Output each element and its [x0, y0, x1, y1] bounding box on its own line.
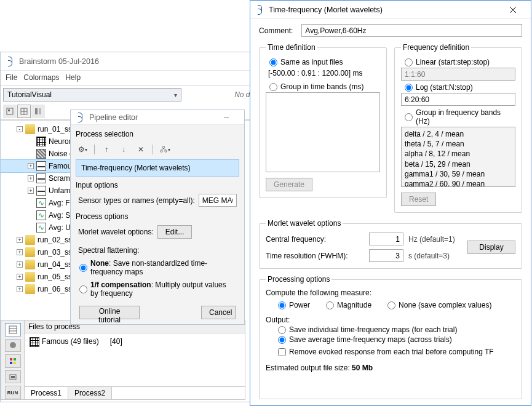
menu-help[interactable]: Help	[65, 73, 81, 82]
process-options-label: Process options	[76, 212, 239, 221]
sensor-types-input[interactable]	[199, 194, 237, 207]
time-group-radio[interactable]	[269, 83, 277, 91]
flatten-1f-radio[interactable]	[79, 285, 87, 293]
wave-icon	[36, 173, 46, 183]
brainstorm-logo-icon	[76, 113, 85, 122]
folder-icon	[25, 284, 35, 294]
freq-log-radio[interactable]	[405, 84, 413, 92]
delete-button[interactable]: ✕	[135, 144, 146, 155]
tree-expander[interactable]: +	[17, 274, 23, 280]
view3-button[interactable]	[31, 105, 45, 118]
tree-expander[interactable]: +	[17, 249, 23, 255]
freq-group-label: Group in frequency bands (Hz)	[416, 108, 512, 125]
tree-expander[interactable]: +	[28, 188, 34, 194]
tree-expander[interactable]: +	[17, 237, 23, 243]
remove-evoked-label: Remove evoked response from each trial b…	[289, 348, 494, 356]
input-options-label: Input options	[76, 181, 239, 189]
tab-process2[interactable]: Process2	[68, 387, 112, 399]
output-individual-radio[interactable]	[278, 326, 286, 334]
measure-power-label: Power	[289, 301, 310, 309]
measure-magnitude-radio[interactable]	[326, 301, 334, 309]
tab-process1[interactable]: Process1	[25, 387, 68, 399]
tf-titlebar[interactable]: Time-frequency (Morlet wavelets)	[250, 1, 531, 19]
freq-log-label: Log (start:N:stop)	[416, 83, 473, 92]
pipeline-load-button[interactable]: ▾	[159, 144, 170, 155]
pipeline-toolbar: ⚙▾ ↑ ↓ ✕ ▾	[76, 141, 239, 157]
reset-button[interactable]: Reset	[401, 193, 436, 206]
measure-none-radio[interactable]	[387, 301, 395, 309]
strip-btn-1[interactable]	[5, 323, 21, 336]
folder-icon	[25, 260, 35, 269]
svg-point-22	[162, 146, 165, 149]
svg-line-25	[162, 148, 164, 150]
freq-linear-radio[interactable]	[405, 58, 413, 66]
time-same-label: Same as input files	[280, 58, 343, 66]
minimize-button[interactable]	[213, 110, 239, 124]
freq-linear-label: Linear (start:step:stop)	[416, 58, 490, 66]
measure-power-radio[interactable]	[278, 301, 286, 309]
view2-button[interactable]	[17, 105, 31, 118]
time-same-radio[interactable]	[269, 58, 277, 66]
comment-input[interactable]	[301, 24, 522, 37]
menu-colormaps[interactable]: Colormaps	[23, 73, 59, 82]
output-size-label: Estimated output file size:	[266, 364, 352, 372]
generate-button[interactable]: Generate	[266, 178, 312, 191]
freq-definition-group: Frequency definition Linear (start:step:…	[394, 43, 522, 213]
online-tutorial-button[interactable]: Online tutorial	[79, 306, 140, 319]
matrix-icon	[36, 137, 46, 146]
folder-icon	[25, 272, 35, 282]
time-frequency-dialog: Time-frequency (Morlet wavelets) Comment…	[250, 0, 531, 406]
output-average-label: Save average time-frequency maps (across…	[289, 335, 452, 344]
flatten-none-radio[interactable]	[79, 264, 87, 272]
brainstorm-logo-icon	[6, 57, 15, 66]
processing-options-group: Processing options Compute the following…	[259, 275, 522, 399]
remove-evoked-checkbox[interactable]	[278, 348, 286, 356]
svg-point-23	[161, 150, 163, 153]
display-button[interactable]: Display	[467, 241, 515, 254]
freq-linear-input	[401, 68, 515, 81]
gear-icon[interactable]: ⚙▾	[77, 144, 88, 155]
strip-btn-3[interactable]	[5, 354, 21, 368]
time-res-label: Time resolution (FWHM):	[266, 252, 364, 260]
time-res-input[interactable]	[369, 249, 403, 262]
chevron-down-icon: ▾	[174, 92, 177, 98]
strip-btn-4[interactable]	[5, 370, 21, 384]
freq-log-input[interactable]	[401, 93, 515, 106]
menu-file[interactable]: File	[6, 73, 17, 82]
move-up-button[interactable]: ↑	[101, 144, 112, 155]
matrix-icon	[30, 337, 39, 347]
wave-icon	[36, 186, 46, 196]
files-list[interactable]: Famous (49 files) [40]	[25, 333, 245, 386]
output-average-radio[interactable]	[278, 336, 286, 344]
tree-expander[interactable]: +	[28, 175, 34, 181]
move-down-button[interactable]: ↓	[118, 144, 129, 155]
svg-rect-5	[8, 109, 10, 111]
freq-group-radio[interactable]	[405, 113, 413, 121]
signal-icon	[36, 223, 46, 233]
tree-expander[interactable]: +	[28, 163, 34, 169]
svg-rect-18	[14, 362, 16, 364]
view1-button[interactable]	[3, 105, 17, 118]
pipeline-titlebar[interactable]: Pipeline editor	[71, 110, 244, 125]
tf-title: Time-frequency (Morlet wavelets)	[268, 6, 500, 14]
folder-icon	[25, 124, 35, 134]
edit-button[interactable]: Edit...	[157, 225, 193, 239]
run-button[interactable]: RUN	[5, 386, 21, 399]
signal-icon	[36, 198, 46, 208]
close-button[interactable]	[500, 1, 526, 18]
measure-label: Compute the following measure:	[266, 289, 515, 297]
time-bands-textarea[interactable]	[266, 92, 380, 172]
freq-bands-textarea[interactable]: delta / 2, 4 / mean theta / 5, 7 / mean …	[401, 127, 515, 187]
strip-btn-2[interactable]	[5, 339, 21, 352]
project-selector[interactable]: TutorialVisual ▾	[3, 88, 181, 102]
pipeline-title: Pipeline editor	[88, 113, 213, 122]
files-count: [40]	[110, 337, 122, 383]
time-group-label: Group in time bands (ms)	[280, 82, 363, 91]
central-freq-input[interactable]	[369, 233, 403, 245]
tree-expander[interactable]: -	[17, 126, 23, 132]
cancel-button[interactable]: Cancel	[201, 306, 236, 319]
tree-expander[interactable]: +	[17, 261, 23, 268]
tree-expander[interactable]: +	[17, 286, 23, 292]
process-list-item[interactable]: Time-frequency (Morlet wavelets)	[76, 159, 239, 177]
svg-rect-9	[35, 108, 38, 114]
